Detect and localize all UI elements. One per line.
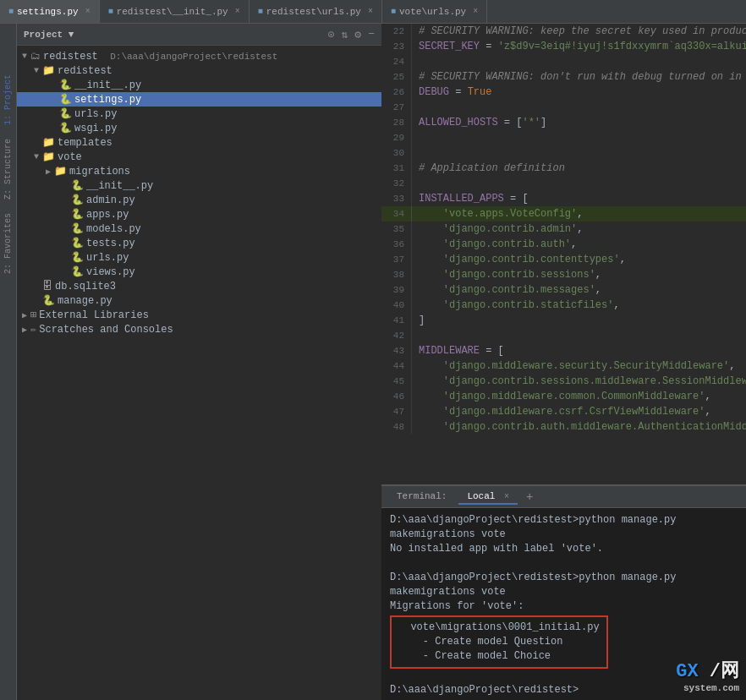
py-icon-models: 🐍	[71, 222, 84, 235]
label-manage: manage.py	[58, 295, 112, 307]
terminal-line-blank2	[390, 669, 738, 683]
tree-item-manage[interactable]: 🐍 manage.py	[17, 293, 381, 308]
label-db: db.sqlite3	[55, 281, 116, 293]
tab-close-vote-urls[interactable]: ×	[473, 7, 478, 16]
terminal-line-box-file: vote\migrations\0001_initial.py	[398, 621, 600, 635]
tree-item-settings[interactable]: 🐍 settings.py	[17, 92, 381, 107]
tab-vote-urls[interactable]: ■ vote\urls.py ×	[382, 0, 487, 23]
tab-terminal[interactable]: Terminal:	[388, 489, 455, 505]
arrow-root: ▼	[19, 52, 30, 61]
code-line-32: 32	[381, 176, 746, 191]
py-icon-settings: 🐍	[59, 93, 72, 106]
py-icon-apps: 🐍	[71, 208, 84, 221]
terminal-line-out1: No installed app with label 'vote'.	[390, 542, 738, 556]
arrow-migrations: ▶	[42, 167, 54, 177]
tab-local[interactable]: Local ×	[458, 489, 518, 505]
code-line-44: 44 'django.middleware.security.SecurityM…	[381, 358, 746, 374]
arrow-redistest: ▼	[30, 66, 42, 75]
terminal-area: Terminal: Local × + D:\aaa\djangoProject…	[381, 484, 746, 700]
db-icon: 🗄	[42, 280, 52, 293]
code-line-24: 24	[381, 54, 746, 69]
tab-label-settings: settings.py	[17, 7, 79, 17]
py-icon-wsgi: 🐍	[59, 122, 72, 134]
code-line-47: 47 'django.middleware.csrf.CsrfViewMiddl…	[381, 404, 746, 419]
code-editor[interactable]: 22 # SECURITY WARNING: keep the secret k…	[381, 24, 746, 484]
label-admin: admin.py	[86, 194, 135, 206]
tree-item-urls[interactable]: 🐍 urls.py	[17, 107, 381, 121]
tree-item-db[interactable]: 🗄 db.sqlite3	[17, 279, 381, 293]
scratch-icon: ✏	[30, 323, 36, 336]
code-line-40: 40 'django.contrib.staticfiles',	[381, 298, 746, 313]
py-icon-manage: 🐍	[42, 294, 55, 307]
label-settings: settings.py	[74, 94, 141, 106]
terminal-line-cmd1: D:\aaa\djangoProject\redistest>python ma…	[390, 513, 738, 542]
tab-redistest-init[interactable]: ■ redistest\__init_.py ×	[100, 0, 250, 23]
tree-item-init[interactable]: 🐍 __init__.py	[17, 78, 381, 92]
tree-item-root[interactable]: ▼ 🗂 redistest D:\aaa\djangoProject\redis…	[17, 49, 381, 63]
tab-close-settings[interactable]: ×	[85, 7, 91, 16]
py-icon-admin: 🐍	[71, 194, 84, 206]
main-wrapper: 1: Project Z: Structure 2: Favorites Pro…	[0, 24, 746, 700]
tab-close-redistest-urls[interactable]: ×	[368, 7, 373, 16]
tree-item-templates[interactable]: 📁 templates	[17, 135, 381, 150]
panel-icon-settings[interactable]: ⊙	[328, 28, 335, 41]
tab-local-close[interactable]: ×	[504, 492, 509, 501]
tree-item-views[interactable]: 🐍 views.py	[17, 265, 381, 279]
tree-item-vote[interactable]: ▼ 📁 vote	[17, 150, 381, 164]
project-icon: 🗂	[30, 50, 41, 63]
label-tests: tests.py	[86, 238, 135, 249]
label-redistest: redistest	[58, 65, 112, 77]
tree-item-admin[interactable]: 🐍 admin.py	[17, 193, 381, 207]
migration-highlight-box: vote\migrations\0001_initial.py - Create…	[390, 615, 608, 669]
label-scratches: Scratches and Consoles	[39, 324, 173, 336]
tab-redistest-urls[interactable]: ■ redistest\urls.py ×	[250, 0, 382, 23]
tree-item-redistest[interactable]: ▼ 📁 redistest	[17, 63, 381, 78]
left-side-nav: 1: Project Z: Structure 2: Favorites	[0, 24, 17, 700]
terminal-line-cmd2: D:\aaa\djangoProject\redistest>python ma…	[390, 571, 738, 599]
py-icon-init: 🐍	[59, 79, 72, 91]
tab-label-redistest-urls: redistest\urls.py	[266, 7, 361, 17]
code-line-34: 34 'vote.apps.VoteConfig',	[381, 206, 746, 221]
tree-item-ext-libs[interactable]: ▶ ⊞ External Libraries	[17, 308, 381, 322]
label-templates: templates	[58, 137, 112, 149]
tree-item-vote-urls[interactable]: 🐍 urls.py	[17, 250, 381, 265]
code-line-42: 42	[381, 328, 746, 343]
project-tree: ▼ 🗂 redistest D:\aaa\djangoProject\redis…	[17, 46, 381, 700]
code-line-43: 43 MIDDLEWARE = [	[381, 343, 746, 358]
tree-item-scratches[interactable]: ▶ ✏ Scratches and Consoles	[17, 322, 381, 336]
code-line-45: 45 'django.contrib.sessions.middleware.S…	[381, 374, 746, 389]
side-nav-project[interactable]: 1: Project	[3, 74, 13, 125]
label-ext-libs: External Libraries	[39, 309, 149, 321]
terminal-line-box-c: - Create model Choice	[398, 649, 600, 664]
py-icon-tests: 🐍	[71, 237, 84, 249]
side-nav-favorites[interactable]: 2: Favorites	[3, 213, 13, 274]
code-line-48: 48 'django.contrib.auth.middleware.Authe…	[381, 419, 746, 435]
panel-icon-minimize[interactable]: −	[368, 28, 375, 41]
tab-settings[interactable]: ■ settings.py ×	[0, 0, 100, 23]
panel-icon-gear[interactable]: ⚙	[354, 28, 361, 41]
tree-item-models[interactable]: 🐍 models.py	[17, 221, 381, 236]
tree-item-migrations[interactable]: ▶ 📁 migrations	[17, 164, 381, 178]
code-line-38: 38 'django.contrib.sessions',	[381, 267, 746, 282]
terminal-content[interactable]: D:\aaa\djangoProject\redistest>python ma…	[381, 508, 746, 700]
code-line-27: 27	[381, 100, 746, 115]
folder-icon-vote: 📁	[42, 150, 55, 163]
tree-item-apps[interactable]: 🐍 apps.py	[17, 207, 381, 221]
tree-item-tests[interactable]: 🐍 tests.py	[17, 236, 381, 250]
py-icon-vote-urls: 🐍	[71, 251, 84, 264]
arrow-vote: ▼	[30, 152, 42, 161]
tab-close-redistest-init[interactable]: ×	[235, 7, 240, 16]
code-line-26: 26 DEBUG = True	[381, 85, 746, 100]
panel-icon-expand[interactable]: ⇅	[342, 28, 348, 41]
tree-item-vote-init[interactable]: 🐍 __init__.py	[17, 178, 381, 193]
tab-icon-vote-urls: ■	[391, 7, 396, 16]
terminal-line-box-q: - Create model Question	[398, 635, 600, 649]
code-line-31: 31 # Application definition	[381, 161, 746, 176]
code-line-33: 33 INSTALLED_APPS = [	[381, 191, 746, 206]
py-icon-views: 🐍	[71, 265, 84, 278]
terminal-add-tab[interactable]: +	[521, 490, 538, 504]
project-panel: Project ▼ ⊙ ⇅ ⚙ − ▼ 🗂 redistest D:\aaa\d…	[17, 24, 381, 700]
label-init: __init__.py	[74, 79, 141, 91]
tree-item-wsgi[interactable]: 🐍 wsgi.py	[17, 121, 381, 135]
side-nav-structure[interactable]: Z: Structure	[3, 139, 13, 200]
